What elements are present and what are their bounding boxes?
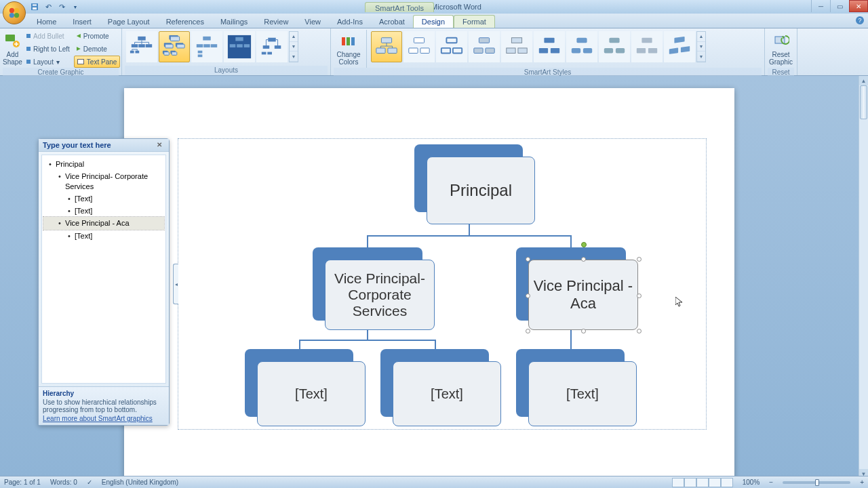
layout-button[interactable]: Layout ▾ (24, 56, 73, 68)
scrollbar-thumb[interactable] (860, 85, 867, 119)
right-to-left-button[interactable]: Right to Left (24, 43, 73, 55)
save-icon[interactable] (30, 2, 39, 12)
tab-acrobat[interactable]: Acrobat (371, 16, 413, 28)
resize-handle-se[interactable] (637, 329, 642, 333)
styles-gallery[interactable]: ▲▼▼ (370, 30, 707, 64)
text-pane-item[interactable]: [Text] (43, 230, 164, 242)
text-pane-item[interactable]: Principal (43, 158, 164, 170)
status-language[interactable]: English (United Kingdom) (102, 479, 178, 486)
office-button[interactable] (3, 1, 26, 24)
text-pane-learn-more-link[interactable]: Learn more about SmartArt graphics (43, 415, 153, 422)
view-full-screen[interactable] (684, 478, 696, 487)
tab-page-layout[interactable]: Page Layout (100, 16, 158, 28)
resize-handle-n[interactable] (581, 257, 586, 262)
svg-rect-41 (342, 37, 345, 45)
tab-addins[interactable]: Add-Ins (329, 16, 371, 28)
style-option-7[interactable] (566, 31, 597, 62)
text-pane-body[interactable]: PrincipalVice Principal- Corporate Servi… (41, 155, 166, 384)
resize-handle-nw[interactable] (526, 257, 530, 262)
layout-option-1[interactable] (126, 31, 157, 62)
text-pane-item[interactable]: [Text] (43, 192, 164, 205)
svg-rect-55 (486, 48, 494, 54)
help-icon[interactable]: ? (856, 16, 864, 24)
tab-mailings[interactable]: Mailings (212, 16, 256, 28)
style-option-10[interactable] (664, 31, 695, 62)
zoom-slider-thumb[interactable] (815, 479, 819, 486)
style-option-6[interactable] (534, 31, 565, 62)
resize-handle-sw[interactable] (526, 329, 530, 333)
style-option-1[interactable] (371, 31, 402, 62)
resize-handle-s[interactable] (581, 329, 586, 333)
proofing-icon[interactable]: ✓ (87, 479, 92, 486)
text-pane-footer-desc: Use to show hierarchical relationships p… (43, 399, 165, 413)
layouts-gallery-scroll[interactable]: ▲▼▼ (289, 31, 298, 62)
zoom-out-button[interactable]: − (769, 479, 773, 486)
svg-rect-47 (414, 38, 424, 43)
redo-icon[interactable]: ↷ (57, 2, 66, 12)
tab-insert[interactable]: Insert (64, 16, 100, 28)
layout-option-3[interactable] (191, 31, 222, 62)
tab-design[interactable]: Design (413, 15, 454, 28)
demote-button[interactable]: Demote (74, 43, 120, 55)
maximize-button[interactable]: ▭ (830, 0, 849, 12)
view-web-layout[interactable] (696, 478, 709, 487)
zoom-in-button[interactable]: + (860, 479, 864, 486)
text-pane-item[interactable]: Vice Principal - Aca (43, 217, 164, 229)
svg-rect-46 (388, 48, 397, 54)
text-pane-button[interactable]: Text Pane (74, 56, 120, 68)
tab-view[interactable]: View (296, 16, 329, 28)
style-option-8[interactable] (599, 31, 630, 62)
undo-icon[interactable]: ↶ (43, 2, 53, 12)
text-pane-toggle-tab[interactable]: ◂ (173, 264, 178, 304)
style-option-4[interactable] (469, 31, 500, 62)
svg-rect-63 (572, 48, 580, 54)
styles-gallery-scroll[interactable]: ▲▼▼ (696, 31, 706, 62)
reset-graphic-button[interactable]: Reset Graphic (768, 30, 794, 68)
status-page[interactable]: Page: 1 of 1 (4, 479, 41, 486)
status-words[interactable]: Words: 0 (50, 479, 77, 486)
tab-format[interactable]: Format (454, 15, 495, 28)
view-print-layout[interactable] (672, 478, 684, 487)
rotation-handle[interactable] (581, 242, 587, 247)
text-pane-close-icon[interactable]: ✕ (157, 141, 165, 149)
svg-rect-11 (138, 44, 145, 47)
layout-option-2[interactable] (159, 31, 190, 62)
add-bullet-button[interactable]: Add Bullet (24, 30, 73, 42)
style-option-9[interactable] (631, 31, 663, 62)
style-option-2[interactable] (403, 31, 435, 62)
resize-handle-w[interactable] (526, 293, 530, 298)
layout-option-4[interactable] (224, 31, 255, 62)
titlebar: ↶ ↷ ▼ Document5 - Microsoft Word SmartAr… (0, 0, 868, 14)
tab-home[interactable]: Home (28, 16, 64, 28)
svg-rect-6 (33, 4, 37, 6)
svg-rect-65 (609, 38, 619, 43)
style-option-3[interactable] (436, 31, 467, 62)
tab-review[interactable]: Review (256, 16, 296, 28)
text-pane-item[interactable]: Vice Principal- Corporate Services (43, 170, 164, 192)
text-pane-footer: Hierarchy Use to show hierarchical relat… (39, 386, 169, 425)
promote-button[interactable]: Promote (74, 30, 120, 42)
svg-rect-39 (262, 52, 267, 55)
text-pane-item[interactable]: [Text] (43, 205, 164, 217)
svg-rect-59 (544, 38, 554, 43)
minimize-button[interactable]: ─ (811, 0, 830, 12)
smartart-canvas[interactable]: ◂ Principal Vice Principal- Corporate Se… (178, 138, 707, 430)
layout-option-5[interactable] (256, 31, 288, 62)
qat-dropdown-icon[interactable]: ▼ (71, 2, 80, 12)
style-option-5[interactable] (501, 31, 532, 62)
tab-references[interactable]: References (158, 16, 212, 28)
zoom-slider[interactable] (783, 481, 850, 484)
resize-handle-ne[interactable] (637, 257, 642, 262)
layouts-gallery[interactable]: ▲▼▼ (125, 30, 300, 64)
close-button[interactable]: ✕ (849, 0, 868, 12)
view-draft[interactable] (721, 478, 733, 487)
zoom-level[interactable]: 100% (743, 479, 760, 486)
add-shape-button[interactable]: Add Shape (3, 30, 22, 68)
change-colors-button[interactable]: Change Colors (334, 30, 363, 68)
view-outline[interactable] (709, 478, 721, 487)
svg-rect-73 (681, 46, 690, 52)
resize-handle-e[interactable] (637, 293, 642, 298)
svg-rect-7 (5, 35, 15, 41)
svg-rect-16 (170, 37, 179, 41)
vertical-scrollbar[interactable]: ▲ ▼ (859, 76, 868, 479)
